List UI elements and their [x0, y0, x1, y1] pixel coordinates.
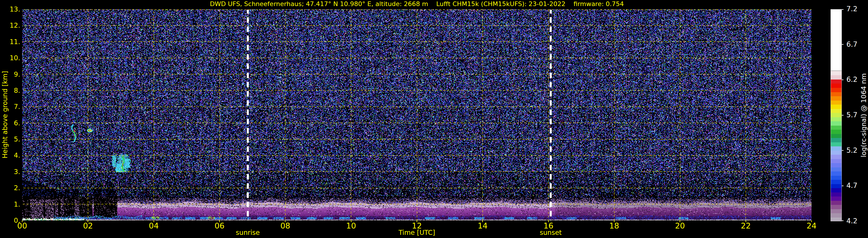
- x-tick-mark: [548, 220, 549, 222]
- y-tick-label: 1.: [0, 200, 20, 208]
- x-tick-mark: [416, 220, 417, 222]
- x-tick-label: 20: [675, 221, 685, 230]
- x-tick-mark: [614, 220, 615, 222]
- colorbar-tick-label: 7.2: [846, 5, 857, 13]
- colorbar-tick-label: 6.2: [846, 76, 857, 84]
- y-tick-label: 12.: [0, 21, 20, 29]
- y-tick-label: 9.: [0, 70, 20, 78]
- sunrise-label: sunrise: [236, 229, 260, 236]
- y-tick-label: 7.: [0, 102, 20, 111]
- colorbar-label: log(rc-signal) @ 1064 nm: [860, 73, 867, 157]
- x-tick-label: 18: [609, 221, 619, 230]
- plot-title: DWD UFS, Schneefernerhaus; 47.417° N 10.…: [210, 0, 624, 7]
- colorbar-tick-label: 4.2: [846, 217, 857, 225]
- colorbar-tick-label: 4.7: [846, 181, 857, 189]
- x-axis-label: Time [UTC]: [398, 229, 435, 236]
- colorbar-tick-label: 6.7: [846, 40, 857, 49]
- y-tick-label: 5.: [0, 135, 20, 143]
- x-tick-label: 14: [478, 221, 488, 230]
- x-tick-label: 08: [280, 221, 290, 230]
- sunset-label: sunset: [540, 229, 562, 236]
- x-tick-mark: [88, 220, 88, 222]
- x-tick-mark: [351, 220, 351, 222]
- y-tick-label: 6.: [0, 119, 20, 127]
- colorbar-tick-label: 5.2: [846, 146, 857, 154]
- colorbar-canvas: [831, 9, 844, 221]
- y-tick-label: 3.: [0, 168, 20, 176]
- ceilometer-heatmap-canvas: [22, 9, 811, 220]
- x-tick-label: 04: [149, 221, 158, 230]
- y-tick-label: 8.: [0, 86, 20, 94]
- x-tick-mark: [746, 220, 746, 222]
- x-tick-mark: [154, 220, 154, 222]
- colorbar-tick-label: 5.7: [846, 111, 857, 119]
- x-tick-label: 00: [17, 221, 27, 230]
- x-tick-mark: [811, 220, 812, 222]
- y-tick-label: 13.: [0, 5, 20, 13]
- x-tick-label: 10: [346, 221, 356, 230]
- x-tick-label: 24: [807, 221, 816, 230]
- x-tick-mark: [482, 220, 483, 222]
- y-tick-label: 10.: [0, 54, 20, 62]
- x-tick-mark: [22, 220, 23, 222]
- y-tick-label: 2.: [0, 184, 20, 192]
- x-tick-mark: [285, 220, 285, 222]
- y-axis-label: Height above ground [km]: [1, 71, 9, 158]
- x-tick-label: 02: [83, 221, 93, 230]
- x-tick-label: 22: [741, 221, 750, 230]
- x-tick-mark: [680, 220, 680, 222]
- y-tick-label: 4.: [0, 151, 20, 159]
- y-tick-label: 11.: [0, 38, 20, 46]
- x-tick-mark: [219, 220, 220, 222]
- x-tick-label: 06: [215, 221, 224, 230]
